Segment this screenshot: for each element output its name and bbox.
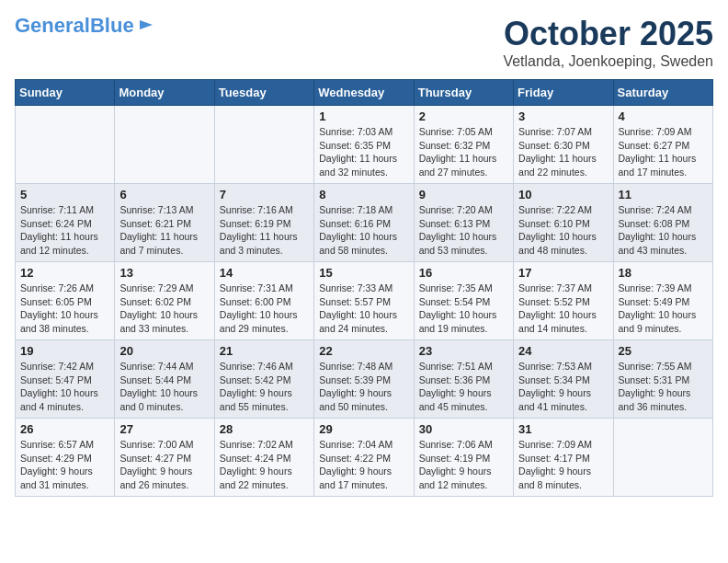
day-content: Sunrise: 7:20 AM Sunset: 6:13 PM Dayligh…: [419, 203, 508, 258]
calendar-cell: [214, 106, 313, 184]
day-number: 28: [220, 422, 309, 436]
day-number: 24: [518, 344, 608, 358]
calendar-cell: 17Sunrise: 7:37 AM Sunset: 5:52 PM Dayli…: [514, 262, 613, 340]
day-number: 20: [119, 344, 209, 358]
day-header-saturday: Saturday: [613, 80, 712, 106]
day-content: Sunrise: 7:18 AM Sunset: 6:16 PM Dayligh…: [319, 203, 408, 258]
day-content: Sunrise: 7:03 AM Sunset: 6:35 PM Dayligh…: [319, 125, 408, 179]
day-content: Sunrise: 7:22 AM Sunset: 6:10 PM Dayligh…: [518, 203, 608, 258]
day-number: 17: [518, 266, 608, 280]
logo-text: GeneralBlue: [15, 15, 134, 37]
month-title: October 2025: [503, 15, 713, 53]
day-content: Sunrise: 7:46 AM Sunset: 5:42 PM Dayligh…: [220, 360, 309, 414]
day-content: Sunrise: 7:09 AM Sunset: 4:17 PM Dayligh…: [518, 438, 608, 492]
calendar-cell: 20Sunrise: 7:44 AM Sunset: 5:44 PM Dayli…: [115, 340, 214, 419]
logo-arrow-icon: [138, 17, 154, 33]
calendar-header-row: SundayMondayTuesdayWednesdayThursdayFrid…: [16, 80, 713, 106]
day-number: 10: [518, 188, 608, 201]
calendar-cell: 25Sunrise: 7:55 AM Sunset: 5:31 PM Dayli…: [613, 340, 712, 419]
day-content: Sunrise: 7:53 AM Sunset: 5:34 PM Dayligh…: [518, 360, 608, 414]
day-content: Sunrise: 7:29 AM Sunset: 6:02 PM Dayligh…: [119, 282, 209, 336]
calendar-cell: 24Sunrise: 7:53 AM Sunset: 5:34 PM Dayli…: [514, 340, 613, 419]
day-number: 11: [619, 188, 708, 201]
day-number: 8: [319, 188, 408, 201]
calendar-cell: 21Sunrise: 7:46 AM Sunset: 5:42 PM Dayli…: [214, 340, 313, 419]
calendar-cell: 29Sunrise: 7:04 AM Sunset: 4:22 PM Dayli…: [314, 419, 414, 497]
day-number: 12: [20, 266, 109, 280]
calendar-cell: 12Sunrise: 7:26 AM Sunset: 6:05 PM Dayli…: [16, 262, 115, 340]
day-content: Sunrise: 7:24 AM Sunset: 6:08 PM Dayligh…: [619, 203, 708, 258]
calendar-week-row: 5Sunrise: 7:11 AM Sunset: 6:24 PM Daylig…: [16, 184, 713, 262]
calendar-cell: [16, 106, 115, 184]
calendar-cell: 8Sunrise: 7:18 AM Sunset: 6:16 PM Daylig…: [314, 184, 414, 262]
day-content: Sunrise: 7:44 AM Sunset: 5:44 PM Dayligh…: [119, 360, 209, 414]
day-content: Sunrise: 7:39 AM Sunset: 5:49 PM Dayligh…: [619, 282, 708, 336]
day-number: 29: [319, 422, 408, 436]
day-number: 22: [319, 344, 408, 358]
day-number: 23: [419, 344, 508, 358]
calendar-cell: 28Sunrise: 7:02 AM Sunset: 4:24 PM Dayli…: [214, 419, 313, 497]
day-header-monday: Monday: [115, 80, 214, 106]
calendar-cell: 26Sunrise: 6:57 AM Sunset: 4:29 PM Dayli…: [16, 419, 115, 497]
day-number: 15: [319, 266, 408, 280]
page-header: GeneralBlue October 2025 Vetlanda, Joenk…: [15, 15, 713, 70]
calendar-cell: 1Sunrise: 7:03 AM Sunset: 6:35 PM Daylig…: [314, 106, 414, 184]
day-content: Sunrise: 7:48 AM Sunset: 5:39 PM Dayligh…: [319, 360, 408, 414]
calendar-table: SundayMondayTuesdayWednesdayThursdayFrid…: [15, 79, 713, 497]
calendar-cell: 4Sunrise: 7:09 AM Sunset: 6:27 PM Daylig…: [613, 106, 712, 184]
day-content: Sunrise: 7:07 AM Sunset: 6:30 PM Dayligh…: [518, 125, 608, 179]
day-content: Sunrise: 7:05 AM Sunset: 6:32 PM Dayligh…: [419, 125, 508, 179]
calendar-cell: 7Sunrise: 7:16 AM Sunset: 6:19 PM Daylig…: [214, 184, 313, 262]
calendar-cell: 30Sunrise: 7:06 AM Sunset: 4:19 PM Dayli…: [414, 419, 513, 497]
day-header-thursday: Thursday: [414, 80, 513, 106]
day-number: 21: [220, 344, 309, 358]
day-number: 25: [619, 344, 708, 358]
svg-marker-0: [140, 20, 153, 29]
day-number: 14: [220, 266, 309, 280]
day-content: Sunrise: 7:35 AM Sunset: 5:54 PM Dayligh…: [419, 282, 508, 336]
calendar-cell: [613, 419, 712, 497]
day-number: 16: [419, 266, 508, 280]
day-content: Sunrise: 7:00 AM Sunset: 4:27 PM Dayligh…: [119, 438, 209, 492]
calendar-cell: 11Sunrise: 7:24 AM Sunset: 6:08 PM Dayli…: [613, 184, 712, 262]
calendar-week-row: 1Sunrise: 7:03 AM Sunset: 6:35 PM Daylig…: [16, 106, 713, 184]
day-number: 30: [419, 422, 508, 436]
day-content: Sunrise: 7:55 AM Sunset: 5:31 PM Dayligh…: [619, 360, 708, 414]
day-content: Sunrise: 7:51 AM Sunset: 5:36 PM Dayligh…: [419, 360, 508, 414]
day-number: 4: [619, 109, 708, 123]
day-content: Sunrise: 7:11 AM Sunset: 6:24 PM Dayligh…: [20, 203, 109, 258]
day-content: Sunrise: 7:37 AM Sunset: 5:52 PM Dayligh…: [518, 282, 608, 336]
calendar-cell: 27Sunrise: 7:00 AM Sunset: 4:27 PM Dayli…: [115, 419, 214, 497]
calendar-cell: 31Sunrise: 7:09 AM Sunset: 4:17 PM Dayli…: [514, 419, 613, 497]
calendar-week-row: 19Sunrise: 7:42 AM Sunset: 5:47 PM Dayli…: [16, 340, 713, 419]
day-content: Sunrise: 6:57 AM Sunset: 4:29 PM Dayligh…: [20, 438, 109, 492]
day-number: 1: [319, 109, 408, 123]
day-number: 9: [419, 188, 508, 201]
day-content: Sunrise: 7:33 AM Sunset: 5:57 PM Dayligh…: [319, 282, 408, 336]
calendar-cell: 9Sunrise: 7:20 AM Sunset: 6:13 PM Daylig…: [414, 184, 513, 262]
day-number: 6: [119, 188, 209, 201]
day-number: 2: [419, 109, 508, 123]
day-content: Sunrise: 7:04 AM Sunset: 4:22 PM Dayligh…: [319, 438, 408, 492]
day-header-tuesday: Tuesday: [214, 80, 313, 106]
location: Vetlanda, Joenkoeping, Sweden: [503, 53, 713, 70]
day-number: 26: [20, 422, 109, 436]
calendar-cell: 5Sunrise: 7:11 AM Sunset: 6:24 PM Daylig…: [16, 184, 115, 262]
day-number: 5: [20, 188, 109, 201]
calendar-week-row: 12Sunrise: 7:26 AM Sunset: 6:05 PM Dayli…: [16, 262, 713, 340]
calendar-cell: [115, 106, 214, 184]
calendar-cell: 15Sunrise: 7:33 AM Sunset: 5:57 PM Dayli…: [314, 262, 414, 340]
calendar-cell: 18Sunrise: 7:39 AM Sunset: 5:49 PM Dayli…: [613, 262, 712, 340]
calendar-cell: 19Sunrise: 7:42 AM Sunset: 5:47 PM Dayli…: [16, 340, 115, 419]
day-number: 18: [619, 266, 708, 280]
day-content: Sunrise: 7:31 AM Sunset: 6:00 PM Dayligh…: [220, 282, 309, 336]
calendar-cell: 2Sunrise: 7:05 AM Sunset: 6:32 PM Daylig…: [414, 106, 513, 184]
day-number: 19: [20, 344, 109, 358]
calendar-cell: 3Sunrise: 7:07 AM Sunset: 6:30 PM Daylig…: [514, 106, 613, 184]
day-content: Sunrise: 7:42 AM Sunset: 5:47 PM Dayligh…: [20, 360, 109, 414]
day-content: Sunrise: 7:06 AM Sunset: 4:19 PM Dayligh…: [419, 438, 508, 492]
title-block: October 2025 Vetlanda, Joenkoeping, Swed…: [503, 15, 713, 70]
day-header-sunday: Sunday: [16, 80, 115, 106]
calendar-cell: 16Sunrise: 7:35 AM Sunset: 5:54 PM Dayli…: [414, 262, 513, 340]
day-header-wednesday: Wednesday: [314, 80, 414, 106]
